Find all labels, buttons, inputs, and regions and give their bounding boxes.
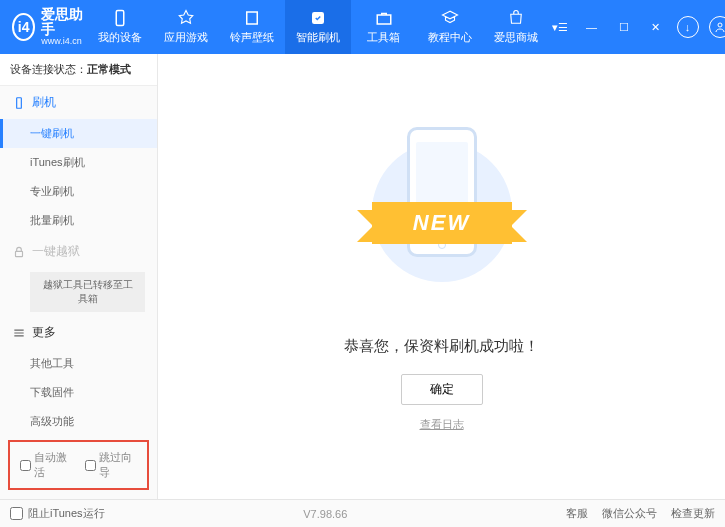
connection-status: 设备连接状态：正常模式 [0, 54, 157, 86]
menu-icon[interactable]: ▾☰ [549, 16, 571, 38]
tab-my-device[interactable]: 我的设备 [87, 0, 153, 54]
section-jailbreak: 一键越狱 [0, 235, 157, 268]
tab-shop[interactable]: 爱思商城 [483, 0, 549, 54]
version-label: V7.98.66 [303, 508, 347, 520]
svg-rect-0 [116, 11, 124, 26]
nav-tabs: 我的设备 应用游戏 铃声壁纸 智能刷机 工具箱 教程中心 爱思商城 [87, 0, 549, 54]
close-icon[interactable]: ✕ [645, 16, 667, 38]
section-flash[interactable]: 刷机 [0, 86, 157, 119]
footer-link-support[interactable]: 客服 [566, 506, 588, 521]
skip-guide-checkbox[interactable]: 跳过向导 [85, 450, 138, 480]
svg-point-4 [718, 23, 722, 27]
tab-flash[interactable]: 智能刷机 [285, 0, 351, 54]
sidebar-item-download[interactable]: 下载固件 [0, 378, 157, 407]
header: i4 爱思助手 www.i4.cn 我的设备 应用游戏 铃声壁纸 智能刷机 工具… [0, 0, 725, 54]
block-itunes-checkbox[interactable]: 阻止iTunes运行 [10, 506, 105, 521]
sidebar-item-batch[interactable]: 批量刷机 [0, 206, 157, 235]
logo: i4 爱思助手 www.i4.cn [12, 7, 87, 48]
footer-link-wechat[interactable]: 微信公众号 [602, 506, 657, 521]
svg-rect-5 [17, 97, 22, 108]
svg-rect-6 [16, 251, 23, 256]
sidebar-item-advanced[interactable]: 高级功能 [0, 407, 157, 436]
svg-rect-3 [377, 15, 391, 24]
ribbon-text: NEW [372, 202, 512, 244]
tab-ringtones[interactable]: 铃声壁纸 [219, 0, 285, 54]
success-illustration: NEW [352, 122, 532, 322]
main-content: NEW 恭喜您，保资料刷机成功啦！ 确定 查看日志 [158, 54, 725, 499]
sidebar-item-oneclick[interactable]: 一键刷机 [0, 119, 157, 148]
jailbreak-notice: 越狱工具已转移至工具箱 [30, 272, 145, 312]
options-box: 自动激活 跳过向导 [8, 440, 149, 490]
user-icon[interactable] [709, 16, 725, 38]
sidebar: 设备连接状态：正常模式 刷机 一键刷机 iTunes刷机 专业刷机 批量刷机 一… [0, 54, 158, 499]
auto-activate-checkbox[interactable]: 自动激活 [20, 450, 73, 480]
section-more[interactable]: 更多 [0, 316, 157, 349]
footer-link-update[interactable]: 检查更新 [671, 506, 715, 521]
svg-rect-1 [246, 12, 257, 24]
footer: 阻止iTunes运行 V7.98.66 客服 微信公众号 检查更新 [0, 499, 725, 527]
sidebar-item-other[interactable]: 其他工具 [0, 349, 157, 378]
app-url: www.i4.cn [41, 37, 86, 47]
tab-tools[interactable]: 工具箱 [351, 0, 417, 54]
app-title: 爱思助手 [41, 7, 86, 38]
ok-button[interactable]: 确定 [401, 374, 483, 405]
logo-icon: i4 [12, 13, 35, 41]
view-log-link[interactable]: 查看日志 [420, 417, 464, 432]
maximize-icon[interactable]: ☐ [613, 16, 635, 38]
sidebar-item-pro[interactable]: 专业刷机 [0, 177, 157, 206]
minimize-icon[interactable]: — [581, 16, 603, 38]
success-message: 恭喜您，保资料刷机成功啦！ [344, 337, 539, 356]
tab-apps[interactable]: 应用游戏 [153, 0, 219, 54]
sidebar-item-itunes[interactable]: iTunes刷机 [0, 148, 157, 177]
tab-tutorials[interactable]: 教程中心 [417, 0, 483, 54]
download-icon[interactable]: ↓ [677, 16, 699, 38]
